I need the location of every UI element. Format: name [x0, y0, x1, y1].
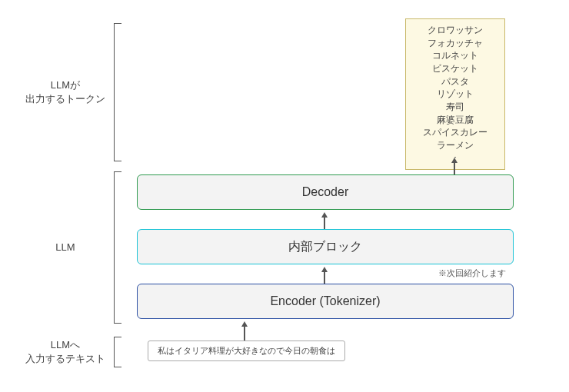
output-token: ビスケット: [414, 62, 497, 75]
llm-label: LLM: [23, 241, 108, 254]
output-token: クロワッサン: [414, 24, 497, 37]
decoder-label: Decoder: [302, 185, 348, 199]
output-token: コルネット: [414, 49, 497, 62]
arrow-line: [324, 272, 325, 284]
output-token: 麻婆豆腐: [414, 114, 497, 127]
note-next: ※次回紹介します: [438, 267, 506, 279]
inner-block-label: 内部ブロック: [288, 239, 362, 255]
arrow-line: [324, 218, 325, 229]
inner-block: 内部ブロック: [137, 229, 514, 264]
output-tokens-label: LLMが 出力するトークン: [23, 78, 108, 106]
llm-label-group: LLM: [23, 171, 121, 324]
arrow-up-icon: [321, 212, 328, 218]
output-token: パスタ: [414, 75, 497, 88]
arrow-up-icon: [451, 158, 458, 163]
output-token: スパイスカレー: [414, 126, 497, 139]
arrow-up-icon: [321, 267, 328, 272]
output-token: リゾット: [414, 88, 497, 101]
arrow-up-icon: [241, 321, 248, 327]
output-token: 寿司: [414, 101, 497, 114]
decoder-block: Decoder: [137, 174, 514, 210]
input-text-label: LLMへ 入力するテキスト: [23, 338, 108, 366]
output-token: ラーメン: [414, 139, 497, 152]
bracket-llm: [114, 171, 121, 324]
input-sentence-box: 私はイタリア料理が大好きなので今日の朝食は: [148, 341, 345, 361]
arrow-line: [454, 163, 455, 174]
bracket-output: [114, 23, 121, 161]
input-sentence: 私はイタリア料理が大好きなので今日の朝食は: [158, 346, 335, 355]
output-token-list: クロワッサン フォカッチャ コルネット ビスケット パスタ リゾット 寿司 麻婆…: [405, 18, 505, 170]
output-tokens-label-group: LLMが 出力するトークン: [23, 23, 121, 161]
output-token: フォカッチャ: [414, 37, 497, 50]
input-text-label-group: LLMへ 入力するテキスト: [23, 337, 121, 367]
encoder-label: Encoder (Tokenizer): [270, 294, 380, 308]
encoder-block: Encoder (Tokenizer): [137, 284, 514, 319]
arrow-line: [244, 327, 245, 341]
bracket-input: [114, 337, 121, 367]
